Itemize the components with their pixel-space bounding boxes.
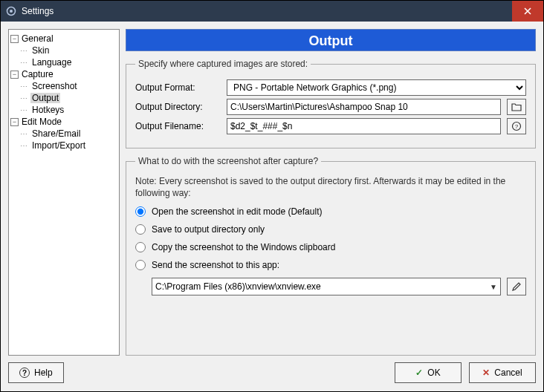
tree-item-screenshot[interactable]: ⋯Screenshot: [10, 80, 117, 92]
output-filename-input[interactable]: [227, 118, 501, 134]
check-icon: ✓: [415, 368, 423, 378]
collapse-icon[interactable]: −: [10, 118, 19, 126]
help-button[interactable]: ? Help: [8, 362, 64, 383]
dir-label: Output Directory:: [135, 102, 221, 112]
close-icon: [524, 7, 531, 15]
titlebar: Settings: [1, 1, 543, 22]
close-button[interactable]: [512, 1, 543, 22]
radio-send-app-input[interactable]: [135, 260, 146, 270]
question-icon: ?: [19, 368, 30, 378]
main-panel: Output Specify where captured images are…: [126, 29, 536, 356]
after-capture-group: What to do with the screenshot after cap…: [126, 156, 536, 356]
cancel-button[interactable]: ✕ Cancel: [469, 362, 536, 383]
svg-point-1: [10, 10, 13, 13]
tree-item-language[interactable]: ⋯Language: [10, 56, 117, 68]
filename-help-button[interactable]: ?: [507, 118, 526, 134]
edit-app-button[interactable]: [507, 278, 526, 295]
radio-save-only-input[interactable]: [135, 224, 146, 235]
app-icon: [5, 5, 17, 17]
pencil-icon: [511, 281, 522, 292]
collapse-icon[interactable]: −: [10, 71, 19, 79]
tree-item-skin[interactable]: ⋯Skin: [10, 45, 117, 56]
folder-icon: [511, 102, 522, 111]
radio-clipboard-input[interactable]: [135, 242, 146, 252]
output-directory-input[interactable]: [227, 99, 501, 115]
tree-item-output[interactable]: ⋯Output: [10, 92, 117, 104]
nav-tree[interactable]: −General ⋯Skin ⋯Language −Capture ⋯Scree…: [8, 29, 120, 356]
radio-save-only[interactable]: Save to output directory only: [135, 224, 526, 235]
radio-send-app[interactable]: Send the screenshot to this app:: [135, 260, 526, 270]
radio-open-edit[interactable]: Open the screenshot in edit mode (Defaul…: [135, 206, 526, 217]
tree-item-hotkeys[interactable]: ⋯Hotkeys: [10, 104, 117, 116]
send-to-app-combo[interactable]: C:\Program Files (x86)\xnview\xnview.exe…: [152, 278, 501, 295]
window-title: Settings: [22, 6, 512, 16]
radio-open-edit-input[interactable]: [135, 206, 146, 217]
storage-group: Specify where captured images are stored…: [126, 59, 536, 148]
file-label: Output Filename:: [135, 121, 221, 131]
send-to-app-value: C:\Program Files (x86)\xnview\xnview.exe: [155, 281, 321, 292]
page-title: Output: [126, 29, 536, 51]
radio-clipboard[interactable]: Copy the screenshot to the Windows clipb…: [135, 242, 526, 252]
dialog-footer: ? Help ✓ OK ✕ Cancel: [1, 360, 543, 391]
tree-item-shareemail[interactable]: ⋯Share/Email: [10, 128, 117, 140]
after-capture-note: Note: Every screenshot is saved to the o…: [135, 175, 526, 199]
tree-item-importexport[interactable]: ⋯Import/Export: [10, 140, 117, 151]
format-label: Output Format:: [135, 82, 221, 93]
tree-item-general[interactable]: −General: [10, 33, 117, 45]
browse-folder-button[interactable]: [507, 99, 526, 115]
tree-item-editmode[interactable]: −Edit Mode: [10, 116, 117, 128]
output-format-select[interactable]: PNG - Portable Network Graphics (*.png): [227, 79, 526, 96]
settings-window: Settings −General ⋯Skin ⋯Language −Captu…: [0, 0, 544, 392]
collapse-icon[interactable]: −: [10, 35, 19, 43]
cross-icon: ✕: [482, 368, 490, 378]
question-icon: ?: [511, 121, 522, 131]
chevron-down-icon: ▼: [490, 283, 497, 291]
storage-legend: Specify where captured images are stored…: [135, 59, 311, 69]
tree-item-capture[interactable]: −Capture: [10, 68, 117, 80]
svg-text:?: ?: [515, 123, 519, 130]
after-capture-legend: What to do with the screenshot after cap…: [135, 156, 321, 166]
ok-button[interactable]: ✓ OK: [395, 362, 462, 383]
